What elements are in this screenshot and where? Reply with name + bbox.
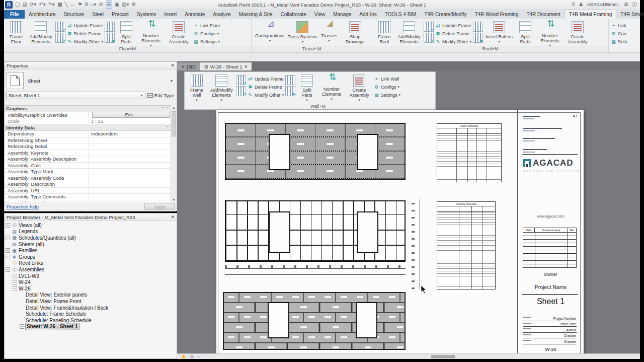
configurations-button[interactable]: ⊿ Configurations▾	[254, 20, 286, 43]
frame-schedule-table[interactable]: Frame Schedule	[437, 123, 502, 182]
wall-update-frame-icon[interactable]: ➚	[236, 75, 246, 85]
link-wall-button[interactable]: ⚭Link Wall	[374, 75, 400, 83]
number-elements-button[interactable]: ⇅ Number Elements▾	[138, 20, 164, 48]
customize-qat-icon[interactable]: ⚙	[132, 1, 136, 8]
thin-lines-icon[interactable]: ☰	[106, 1, 112, 9]
user-icon[interactable]: ♟	[579, 1, 584, 8]
frame-wall-button[interactable]: Frame Wall▾	[187, 74, 207, 103]
tree-item-w-24[interactable]: +W-24	[6, 279, 177, 285]
tab-t4r-wood-framing[interactable]: T4R Wood Framing	[470, 10, 522, 19]
edit-type-button[interactable]: Edit Type	[147, 93, 175, 98]
property-row[interactable]: Scale 1 : 25	[5, 118, 171, 125]
identity-section-header[interactable]: Identity Data⌃	[5, 125, 171, 131]
viewport-frame-insulation-back[interactable]	[225, 123, 406, 180]
roof-update-frame-button[interactable]: ⇄Update Frame	[435, 22, 471, 29]
wall-settings-button[interactable]: ▦Settings▾	[374, 91, 400, 99]
wall-create-assembly-button[interactable]: Create Assembly▾	[346, 74, 372, 103]
close-view-tab-icon[interactable]: ✕	[244, 64, 248, 69]
tree-item-schedules[interactable]: +▦Schedules/Quantities (all)	[6, 235, 177, 241]
help-icon[interactable]: ⓘ	[632, 1, 637, 8]
type-selector[interactable]: Sheet ▾	[5, 69, 177, 92]
property-row[interactable]: Assembly: Cost	[5, 163, 171, 169]
cut-settings-button[interactable]: ▦Setti	[611, 38, 627, 45]
paneling-schedule-table[interactable]: Paneling Schedule	[437, 201, 496, 289]
tab-collaborate[interactable]: Collaborate	[277, 10, 310, 19]
3d-view-icon[interactable]: ⌂▾	[91, 1, 96, 8]
project-browser-close-icon[interactable]: ✕	[171, 214, 175, 220]
tree-item-views[interactable]: +◰Views (all)	[6, 222, 177, 229]
tab-t4r-create-modify[interactable]: T4R Create/Modify	[420, 10, 470, 19]
settings-button[interactable]: ▦Settings▾	[193, 38, 220, 45]
wall-number-elements-button[interactable]: ⇅ Number Elements▾	[318, 74, 345, 103]
tree-item-frame-schedule[interactable]: Schedule: Frame Schedule	[6, 311, 177, 317]
horizontal-scrollbar-thumb[interactable]	[431, 355, 455, 358]
update-frame-button[interactable]: ⇄Update Frame	[67, 22, 103, 29]
tag-icon[interactable]: ⚑	[78, 1, 83, 8]
tree-item-legends[interactable]: ▤Legends	[6, 229, 177, 235]
sheet-w26[interactable]: Frame Schedule Paneling Schedule	[216, 110, 584, 359]
scroll-down-icon[interactable]: ▼	[171, 198, 177, 201]
tab-file[interactable]: File	[4, 10, 25, 19]
switch-windows-icon[interactable]: ▥▾	[122, 1, 129, 8]
tab-massing-site[interactable]: Massing & Site	[235, 10, 277, 19]
roof-select-panel-icon[interactable]: ➤	[473, 33, 483, 43]
wall-delete-frame-icon[interactable]: ➚	[236, 86, 246, 96]
group-label-roof-m[interactable]: Roof+M	[372, 46, 608, 52]
vg-edit-button[interactable]: Edit...	[92, 112, 170, 118]
tab-t4r-metal-framing[interactable]: T4R Metal Framing	[565, 10, 617, 19]
tab-systems[interactable]: Systems	[133, 10, 160, 19]
tab-t4r-document[interactable]: T4R Document	[522, 10, 564, 19]
save-icon[interactable]: ▤	[22, 1, 27, 8]
previous-icon[interactable]: ‹	[198, 354, 199, 359]
property-row[interactable]: Visibility/Graphics Overrides Edit...	[5, 112, 171, 119]
add-modify-elements-button[interactable]: Add/Modify Elements▾	[28, 20, 54, 49]
view-tab-3d[interactable]: ⊕ {3D}	[177, 62, 200, 70]
insert-rafters-button[interactable]: Insert Rafters▾	[485, 20, 514, 44]
roof-add-modify-elements-button[interactable]: Add/Modify Elements▾	[396, 20, 422, 49]
link-floor-button[interactable]: ⚭Link Floor	[193, 22, 220, 29]
type-selector-dropdown-icon[interactable]: ▾	[171, 79, 175, 83]
pan-icon[interactable]: ✋	[181, 354, 186, 359]
property-row[interactable]: Referencing Detail	[5, 143, 171, 150]
wall-configs-button[interactable]: ⚙Configs▾	[374, 83, 400, 91]
properties-close-icon[interactable]: ✕	[171, 63, 175, 68]
tree-item-groups[interactable]: +◈Groups	[6, 254, 177, 260]
roof-number-elements-button[interactable]: ⇅ Number Elements▾	[537, 20, 563, 48]
viewport-frame-front[interactable]	[225, 200, 406, 262]
cut-link-button[interactable]: ⚭Link	[611, 22, 627, 29]
tree-item-sheets[interactable]: ▧Sheets (all)	[6, 241, 177, 248]
properties-help-link[interactable]: Properties help	[7, 204, 39, 209]
wall-delete-frame-button[interactable]: ✖Delete Frame	[248, 83, 284, 91]
roof-delete-frame-icon[interactable]: ➚	[424, 33, 434, 43]
tree-item-families[interactable]: +▣Families	[6, 247, 177, 254]
roof-modify-other-button[interactable]: ✎Modify Other▾	[435, 38, 471, 45]
scrollbar-thumb[interactable]	[172, 111, 176, 136]
wall-select-frame-icon[interactable]	[285, 75, 295, 85]
drawing-area[interactable]: ⊕ {3D} ▧ W-26 - Sheet 1 ✕ Frame Wall▾ Ad…	[177, 61, 640, 359]
tab-analyze[interactable]: Analyze	[209, 10, 235, 19]
undo-icon[interactable]: ↶▾	[39, 1, 45, 8]
property-row[interactable]: Assembly: Type Mark	[5, 169, 171, 175]
measure-icon[interactable]: ╲	[65, 1, 68, 8]
roof-split-parts-button[interactable]: Split Parts▾	[515, 20, 535, 49]
tab-precast[interactable]: Precast	[108, 10, 133, 19]
frame-floor-button[interactable]: Frame Floor▾	[6, 20, 26, 49]
viewport-exterior-panels[interactable]	[223, 292, 406, 350]
tab-add-ins[interactable]: Add-Ins	[355, 10, 380, 19]
steering-wheel-icon[interactable]: ◎	[190, 354, 194, 359]
modify-other-button[interactable]: ✎Modify Other▾	[67, 38, 103, 45]
properties-scrollbar[interactable]: ▲ ▼	[171, 105, 177, 202]
cut-configs-button[interactable]: ⚙Con	[611, 30, 627, 37]
text-icon[interactable]: A	[85, 1, 89, 8]
shop-drawings-button[interactable]: Shop Drawings▾	[341, 20, 370, 49]
configs-button[interactable]: ⚙Configs▾	[193, 30, 220, 37]
view-tab-sheet[interactable]: ▧ W-26 - Sheet 1 ✕	[200, 62, 252, 70]
property-row[interactable]: Assembly: URL	[5, 188, 171, 194]
update-frame-icon[interactable]: ➚	[55, 22, 65, 32]
tab-manage[interactable]: Manage	[329, 10, 355, 19]
open-icon[interactable]: ▢	[15, 1, 20, 8]
instance-selector[interactable]: Sheet: Sheet 1▾	[6, 92, 145, 99]
redo-icon[interactable]: ↷▾	[48, 1, 55, 8]
tree-item-detail-frame-insulation[interactable]: Detail View: Frame&Insulation I Back	[6, 305, 177, 311]
apply-button[interactable]: Apply	[144, 203, 175, 210]
